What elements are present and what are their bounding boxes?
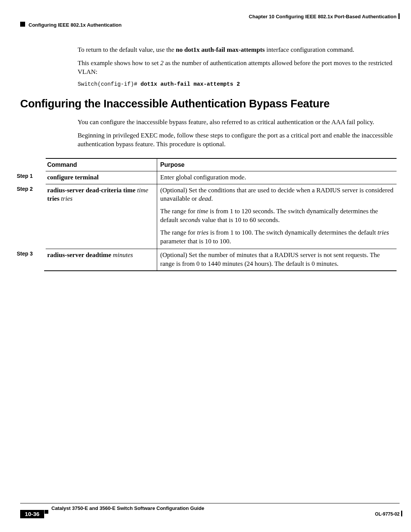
step-label: Step 3 [17,249,46,259]
footer-page-number: 10-36 [20,510,44,518]
intro-para-1: To return to the default value, use the … [78,46,397,54]
keyword-text: dead [199,195,211,202]
footer-rule [20,503,400,503]
step-label: Step 2 [17,184,46,194]
table-row: Step 3 radius-server deadtime minutes (O… [17,249,397,270]
intro-block: To return to the default value, use the … [78,46,397,91]
section-para-1: You can configure the inaccessible bypas… [78,118,397,127]
command-table: Command Purpose Step 1 configure termina… [17,158,397,271]
command-text: radius-server deadtime [47,251,113,259]
text: The range for [160,229,197,236]
header-square-icon [20,22,25,27]
keyword-text: tries [197,229,209,236]
table-header-row: Command Purpose [17,158,397,171]
footer-tick-icon [401,511,402,516]
footer-square-icon [45,510,48,514]
purpose-para: The range for time is from 1 to 120 seco… [160,207,395,225]
text: (Optional) Set the conditions that are u… [160,187,393,203]
table-step-header [17,158,46,162]
command-cell: configure terminal [46,171,157,184]
purpose-para: The range for tries is from 1 to 100. Th… [160,228,395,246]
keyword-text: tries [378,229,389,236]
page: Chapter 10 Configuring IEEE 802.1x Port-… [0,0,411,532]
page-footer: Catalyst 3750-E and 3560-E Switch Softwa… [20,503,400,521]
code-prompt: Switch(config-if)# [78,81,140,87]
text: value that is 10 to 60 seconds. [200,216,280,224]
purpose-cell: (Optional) Set the number of minutes tha… [157,249,397,270]
code-command: dot1x auth-fail max-attempts 2 [140,81,240,87]
page-header: Chapter 10 Configuring IEEE 802.1x Port-… [0,14,411,21]
command-text: radius-server dead-criteria time [47,187,137,194]
command-cell: radius-server dead-criteria time time tr… [46,184,157,206]
header-section: Configuring IEEE 802.1x Authentication [29,22,121,28]
keyword-text: seconds [180,216,200,224]
purpose-cell: Enter global configuration mode. [157,171,397,184]
table-row: Step 2 radius-server dead-criteria time … [17,184,397,249]
section-para-2: Beginning in privileged EXEC mode, follo… [78,131,397,149]
text: This example shows how to set [78,59,160,67]
keyword-text: time [197,208,208,215]
command-cell: radius-server deadtime minutes [46,249,157,262]
footer-guide-title: Catalyst 3750-E and 3560-E Switch Softwa… [51,505,204,511]
text: interface configuration command. [265,46,354,53]
step-label: Step 1 [17,171,46,181]
param-text: tries [61,195,72,202]
intro-para-2: This example shows how to set 2 as the n… [78,59,397,77]
section-heading: Configuring the Inaccessible Authenticat… [20,97,330,110]
param-text: minutes [113,251,133,259]
table-row: Step 1 configure terminal Enter global c… [17,171,397,184]
purpose-para: (Optional) Set the conditions that are u… [160,186,395,204]
purpose-cell: (Optional) Set the conditions that are u… [157,184,397,249]
section-intro: You can configure the inaccessible bypas… [78,118,397,153]
header-chapter: Chapter 10 Configuring IEEE 802.1x Port-… [249,14,397,19]
param-text: time [137,187,148,194]
text: . [211,195,213,202]
command-text: no dot1x auth-fail max-attempts [176,46,265,53]
footer-document-id: OL-9775-02 [375,511,400,517]
command-text: configure terminal [47,174,99,181]
text: parameter that is 10 to 100. [160,238,231,245]
text: The range for [160,208,197,215]
table-command-header: Command [46,158,157,171]
command-text: tries [47,195,61,202]
text: is from 1 to 100. The switch dynamically… [209,229,378,236]
table-purpose-header: Purpose [157,158,397,171]
value-text: 2 [160,59,164,67]
code-example: Switch(config-if)# dot1x auth-fail max-a… [78,81,397,87]
text: To return to the default value, use the [78,46,176,53]
header-tick-icon [398,13,400,19]
table-bottom-rule [44,270,397,271]
